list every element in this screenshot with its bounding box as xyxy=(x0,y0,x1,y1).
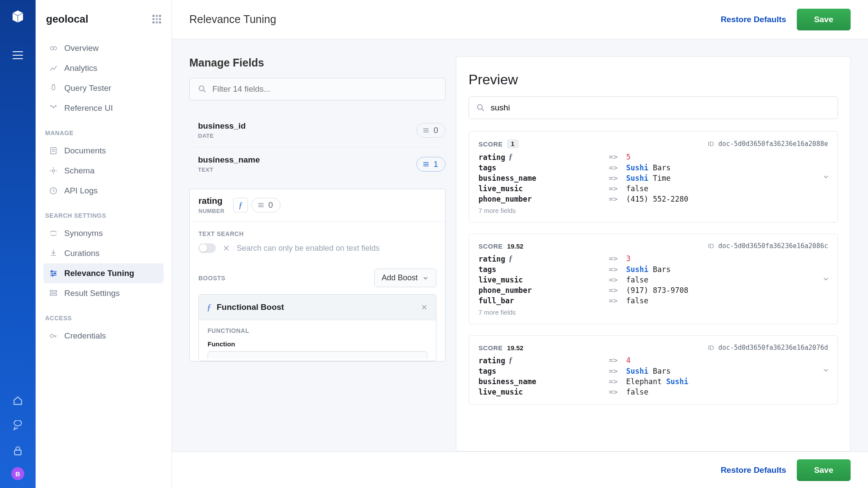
function-icon: ƒ xyxy=(508,254,512,263)
result-card[interactable]: SCORE19.52IDdoc-5d0d3650fa36236e16a2076d… xyxy=(469,335,838,405)
text-search-label: TEXT SEARCH xyxy=(198,230,436,237)
function-select[interactable] xyxy=(208,351,427,359)
sidebar-item-schema[interactable]: Schema xyxy=(43,161,164,181)
chevron-down-icon[interactable] xyxy=(822,366,830,374)
preview-search-input[interactable] xyxy=(491,103,831,113)
field-row[interactable]: business_name TEXT 1 xyxy=(189,147,446,181)
more-fields: 7 more fields xyxy=(479,309,828,316)
arrow: => xyxy=(609,388,626,396)
tuning-count-badge: 1 xyxy=(416,157,446,172)
add-boost-button[interactable]: Add Boost xyxy=(374,269,436,287)
more-fields: 7 more fields xyxy=(479,207,828,214)
manage-fields-title: Manage Fields xyxy=(189,56,446,69)
restore-defaults-button[interactable]: Restore Defaults xyxy=(721,15,786,24)
svg-point-16 xyxy=(478,105,482,110)
sidebar-item-analytics[interactable]: Analytics xyxy=(43,58,164,78)
save-button[interactable]: Save xyxy=(797,459,851,481)
field-value: Sushi Time xyxy=(626,174,828,183)
svg-point-10 xyxy=(54,272,56,274)
sidebar-item-credentials[interactable]: Credentials xyxy=(43,326,164,346)
field-value: false xyxy=(626,296,828,305)
field-key: tags xyxy=(479,367,609,375)
save-button[interactable]: Save xyxy=(797,9,851,30)
engine-name: geolocal xyxy=(46,13,88,25)
function-icon: ƒ xyxy=(508,356,512,365)
svg-rect-0 xyxy=(14,450,21,455)
field-value: 3 xyxy=(626,254,828,263)
sidebar-item-query-tester[interactable]: Query Tester xyxy=(43,78,164,98)
id-label: ID xyxy=(708,140,714,147)
chevron-down-icon[interactable] xyxy=(822,275,830,283)
sidebar-item-api-logs[interactable]: API Logs xyxy=(43,181,164,201)
field-key: tags xyxy=(479,265,609,274)
arrow: => xyxy=(609,174,626,183)
score-value: 19.52 xyxy=(507,344,524,352)
sidebar-item-label: Schema xyxy=(64,166,95,176)
filter-input[interactable] xyxy=(212,84,437,94)
field-key: tags xyxy=(479,163,609,172)
sidebar-item-label: Synonyms xyxy=(64,229,103,238)
svg-point-14 xyxy=(50,334,53,337)
result-card[interactable]: SCORE1IDdoc-5d0d3650fa36236e16a2088erati… xyxy=(469,131,838,222)
function-icon: ƒ xyxy=(207,302,211,313)
sidebar-item-synonyms[interactable]: Synonyms xyxy=(43,223,164,243)
field-value: Sushi Bars xyxy=(626,265,828,274)
close-icon[interactable] xyxy=(420,303,428,311)
field-key: live_music xyxy=(479,276,609,284)
field-key: live_music xyxy=(479,388,609,396)
sidebar-item-curations[interactable]: Curations xyxy=(43,243,164,263)
field-value: 5 xyxy=(626,153,828,162)
function-icon: ƒ xyxy=(508,153,512,162)
arrow: => xyxy=(609,356,626,365)
preview-search[interactable] xyxy=(469,96,838,119)
arrow: => xyxy=(609,276,626,284)
text-search-hint: Search can only be enabled on text field… xyxy=(237,244,380,253)
sidebar-item-label: Documents xyxy=(64,146,106,156)
lock-icon[interactable] xyxy=(12,445,23,457)
arrow: => xyxy=(609,377,626,386)
sidebar-heading-search: SEARCH SETTINGS xyxy=(45,212,162,219)
svg-rect-6 xyxy=(51,148,56,154)
sliders-icon xyxy=(422,126,430,134)
arrow: => xyxy=(609,184,626,193)
tuning-count-badge: 0 xyxy=(416,123,446,138)
sidebar-item-result-settings[interactable]: Result Settings xyxy=(43,283,164,303)
field-key: business_name xyxy=(479,174,609,183)
svg-point-2 xyxy=(53,46,56,50)
sidebar-heading-manage: MANAGE xyxy=(45,129,162,136)
field-value: (917) 873-9708 xyxy=(626,286,828,295)
field-value: Sushi Bars xyxy=(626,367,828,375)
avatar[interactable]: B xyxy=(11,467,24,480)
result-card[interactable]: SCORE19.52IDdoc-5d0d3650fa36236e16a2086c… xyxy=(469,234,838,324)
svg-point-9 xyxy=(51,271,53,272)
id-label: ID xyxy=(708,344,714,351)
field-key: rating ƒ xyxy=(479,254,609,263)
search-icon xyxy=(476,103,485,113)
boosts-label: BOOSTS xyxy=(198,275,225,282)
chat-icon[interactable] xyxy=(12,420,23,432)
engine-switcher-icon[interactable] xyxy=(152,15,161,23)
filter-fields-input[interactable] xyxy=(189,78,446,100)
field-row[interactable]: business_id DATE 0 xyxy=(189,113,446,147)
field-type: TEXT xyxy=(198,166,260,173)
menu-icon[interactable] xyxy=(13,51,23,59)
svg-point-11 xyxy=(52,275,53,276)
arrow: => xyxy=(609,296,626,305)
field-value: Sushi Bars xyxy=(626,163,828,172)
sidebar-item-documents[interactable]: Documents xyxy=(43,141,164,161)
field-type: DATE xyxy=(198,133,246,139)
home-icon[interactable] xyxy=(12,395,23,406)
restore-defaults-button[interactable]: Restore Defaults xyxy=(721,465,786,475)
product-logo xyxy=(9,8,26,25)
chevron-down-icon[interactable] xyxy=(822,173,830,181)
preview-title: Preview xyxy=(469,72,838,88)
arrow: => xyxy=(609,265,626,274)
score-label: SCORE xyxy=(479,140,503,148)
sidebar-item-reference-ui[interactable]: Reference UI xyxy=(43,98,164,118)
sidebar-item-label: Reference UI xyxy=(64,103,113,113)
chevron-down-icon xyxy=(422,275,429,282)
sidebar-item-relevance-tuning[interactable]: Relevance Tuning xyxy=(43,263,164,283)
tuning-count-badge: 0 xyxy=(251,198,281,212)
field-name: business_name xyxy=(198,155,260,165)
sidebar-item-overview[interactable]: Overview xyxy=(43,38,164,58)
